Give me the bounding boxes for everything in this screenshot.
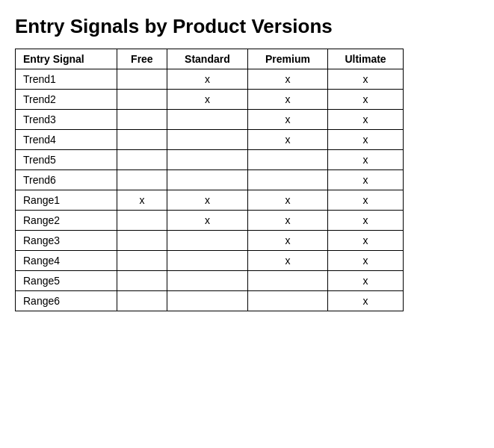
signal-cell: x: [167, 211, 247, 231]
signal-cell: [247, 271, 327, 291]
table-row: Range5x: [16, 271, 404, 291]
signal-cell: [117, 291, 167, 311]
signal-cell: [167, 231, 247, 251]
signal-name: Range3: [16, 231, 117, 251]
table-row: Range4xx: [16, 251, 404, 271]
signal-cell: [247, 150, 327, 170]
table-row: Trend6x: [16, 170, 404, 190]
signal-name: Range4: [16, 251, 117, 271]
table-row: Range6x: [16, 291, 404, 311]
signal-cell: x: [328, 110, 404, 130]
signal-cell: x: [328, 130, 404, 150]
signal-cell: [167, 130, 247, 150]
signal-cell: x: [247, 211, 327, 231]
signal-cell: [247, 170, 327, 190]
signal-cell: x: [247, 110, 327, 130]
signal-cell: x: [328, 69, 404, 90]
signal-cell: [167, 251, 247, 271]
page-title: Entry Signals by Product Versions: [15, 15, 479, 38]
table-row: Range2xxx: [16, 211, 404, 231]
signal-cell: [167, 150, 247, 170]
table-row: Trend4xx: [16, 130, 404, 150]
column-header-ultimate: Ultimate: [328, 49, 404, 69]
signal-cell: x: [247, 190, 327, 211]
table-row: Trend2xxx: [16, 90, 404, 110]
signal-name: Range5: [16, 271, 117, 291]
signal-name: Trend6: [16, 170, 117, 190]
signal-cell: [117, 231, 167, 251]
signal-cell: [167, 110, 247, 130]
signal-cell: [167, 271, 247, 291]
signal-cell: [117, 130, 167, 150]
table-row: Range1xxxx: [16, 190, 404, 211]
signal-cell: [117, 90, 167, 110]
signal-cell: x: [328, 90, 404, 110]
table-row: Trend5x: [16, 150, 404, 170]
signal-cell: x: [328, 231, 404, 251]
signal-cell: x: [117, 190, 167, 211]
signal-cell: [247, 291, 327, 311]
column-header-premium: Premium: [247, 49, 327, 69]
signal-cell: x: [328, 150, 404, 170]
signal-cell: [117, 150, 167, 170]
signal-cell: [117, 271, 167, 291]
signal-cell: [117, 170, 167, 190]
signal-cell: x: [328, 251, 404, 271]
table-header-row: Entry SignalFreeStandardPremiumUltimate: [16, 49, 404, 69]
column-header-free: Free: [117, 49, 167, 69]
signal-cell: [167, 170, 247, 190]
signal-name: Trend1: [16, 69, 117, 90]
signal-name: Trend2: [16, 90, 117, 110]
signal-cell: x: [167, 90, 247, 110]
signal-cell: x: [247, 90, 327, 110]
signal-cell: x: [247, 69, 327, 90]
column-header-entry-signal: Entry Signal: [16, 49, 117, 69]
signal-cell: [117, 211, 167, 231]
signal-cell: x: [167, 190, 247, 211]
signal-name: Trend4: [16, 130, 117, 150]
signal-cell: x: [328, 170, 404, 190]
signal-cell: x: [328, 271, 404, 291]
signal-cell: x: [328, 291, 404, 311]
signals-table: Entry SignalFreeStandardPremiumUltimate …: [15, 49, 404, 311]
signal-cell: [117, 251, 167, 271]
signal-cell: x: [247, 231, 327, 251]
table-row: Trend1xxx: [16, 69, 404, 90]
signal-cell: x: [167, 69, 247, 90]
signal-name: Range6: [16, 291, 117, 311]
signal-cell: [117, 110, 167, 130]
table-row: Trend3xx: [16, 110, 404, 130]
table-row: Range3xx: [16, 231, 404, 251]
signal-cell: x: [247, 130, 327, 150]
signal-name: Range2: [16, 211, 117, 231]
signal-name: Trend3: [16, 110, 117, 130]
signal-cell: x: [328, 190, 404, 211]
column-header-standard: Standard: [167, 49, 247, 69]
signal-cell: [117, 69, 167, 90]
signal-cell: x: [328, 211, 404, 231]
signal-cell: [167, 291, 247, 311]
signal-name: Trend5: [16, 150, 117, 170]
signal-name: Range1: [16, 190, 117, 211]
signal-cell: x: [247, 251, 327, 271]
